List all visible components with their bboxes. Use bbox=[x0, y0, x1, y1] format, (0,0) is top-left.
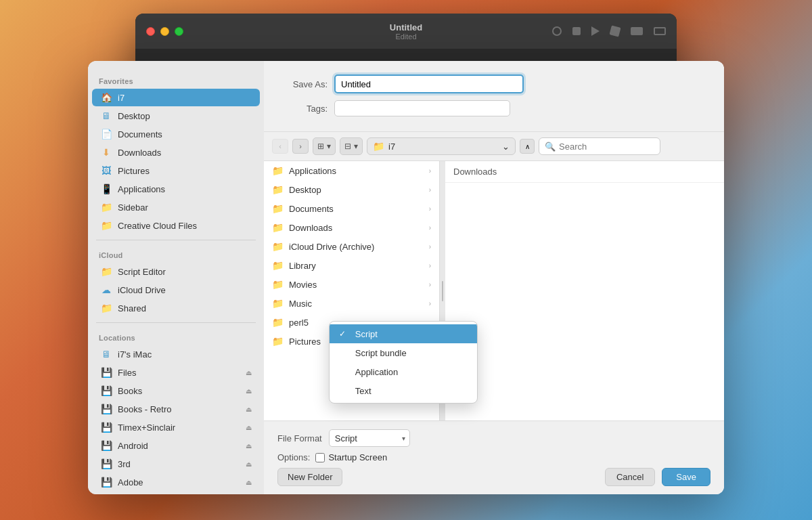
folder-icon-downloads: 📁 bbox=[272, 222, 284, 233]
play-icon[interactable] bbox=[591, 26, 600, 36]
new-folder-button[interactable]: New Folder bbox=[277, 468, 342, 486]
dropdown-item-label: Script bundle bbox=[355, 348, 407, 358]
sidebar-item-label: 3rd bbox=[118, 459, 131, 469]
sidebar-item-shared[interactable]: 📁 Shared bbox=[92, 299, 260, 317]
sidebar-item-android[interactable]: 💾 Android ⏏ bbox=[92, 437, 260, 454]
eject-icon-books-retro[interactable]: ⏏ bbox=[246, 406, 252, 413]
dropdown-item-application[interactable]: Application bbox=[330, 362, 477, 381]
close-button[interactable] bbox=[146, 27, 155, 36]
view-chevron: ▾ bbox=[327, 142, 331, 151]
location-chevron-icon: ⌄ bbox=[502, 142, 510, 152]
file-item-name: Library bbox=[289, 261, 316, 271]
tags-input[interactable] bbox=[334, 100, 510, 116]
format-selector[interactable]: Script ▾ bbox=[329, 429, 410, 447]
cancel-button[interactable]: Cancel bbox=[605, 468, 655, 486]
icloud-icon: ☁ bbox=[100, 284, 112, 296]
sidebar-item-icloud-drive[interactable]: ☁ iCloud Drive bbox=[92, 281, 260, 299]
screen-icon[interactable] bbox=[631, 27, 643, 35]
split-view-icon[interactable] bbox=[654, 27, 666, 35]
file-item-library[interactable]: 📁 Library › bbox=[264, 256, 439, 275]
eject-icon-3rd[interactable]: ⏏ bbox=[246, 460, 252, 468]
sidebar-item-adobe[interactable]: 💾 Adobe ⏏ bbox=[92, 473, 260, 491]
books-retro-icon: 💾 bbox=[100, 403, 112, 415]
sidebar-item-i7s-imac[interactable]: 🖥 i7's iMac bbox=[92, 345, 260, 363]
resize-handle-indicator bbox=[442, 281, 443, 301]
file-item-name: Pictures bbox=[289, 337, 321, 347]
save-as-input[interactable] bbox=[334, 74, 524, 93]
desktop-icon: 🖥 bbox=[100, 110, 112, 122]
expand-button[interactable]: ∧ bbox=[520, 139, 535, 154]
dropdown-item-script-bundle[interactable]: Script bundle bbox=[330, 343, 477, 362]
minimize-button[interactable] bbox=[160, 27, 169, 36]
eject-icon-timex[interactable]: ⏏ bbox=[246, 424, 252, 431]
sidebar-item-label: Shared bbox=[118, 303, 146, 313]
sidebar-item-applications[interactable]: 📱 Applications bbox=[92, 180, 260, 198]
file-item-documents[interactable]: 📁 Documents › bbox=[264, 199, 439, 218]
file-item-name: Documents bbox=[289, 204, 334, 214]
sidebar-item-books-retro[interactable]: 💾 Books - Retro ⏏ bbox=[92, 400, 260, 418]
locations-section-label: Locations bbox=[88, 328, 264, 345]
sidebar-item-pictures[interactable]: 🖼 Pictures bbox=[92, 162, 260, 179]
sidebar-item-creative-cloud[interactable]: 📁 Creative Cloud Files bbox=[92, 217, 260, 234]
adobe-icon: 💾 bbox=[100, 476, 112, 488]
sidebar-item-sidebar[interactable]: 📁 Sidebar bbox=[92, 198, 260, 216]
eject-icon-books[interactable]: ⏏ bbox=[246, 387, 252, 395]
folder-icon-applications: 📁 bbox=[272, 165, 284, 176]
dropdown-item-label: Application bbox=[355, 367, 399, 377]
folder-icon-pictures: 📁 bbox=[272, 336, 284, 347]
books-drive-icon: 💾 bbox=[100, 385, 112, 397]
bg-titlebar: Untitled Edited bbox=[135, 14, 677, 49]
location-selector[interactable]: 📁 i7 ⌄ bbox=[367, 137, 516, 155]
record-icon[interactable] bbox=[552, 26, 562, 36]
sidebar-item-label: Files bbox=[118, 368, 136, 378]
file-item-movies[interactable]: 📁 Movies › bbox=[264, 275, 439, 294]
hammer-icon[interactable] bbox=[609, 25, 621, 37]
save-button[interactable]: Save bbox=[662, 468, 710, 486]
stop-icon[interactable] bbox=[572, 27, 581, 35]
sidebar-item-downloads[interactable]: ⬇ Downloads bbox=[92, 144, 260, 161]
applications-icon: 📱 bbox=[100, 183, 112, 195]
file-item-downloads[interactable]: 📁 Downloads › bbox=[264, 218, 439, 237]
startup-screen-group: Startup Screen bbox=[315, 452, 387, 462]
save-dialog: Favorites 🏠 i7 🖥 Desktop 📄 Documents ⬇ D… bbox=[88, 61, 724, 494]
file-item-desktop[interactable]: 📁 Desktop › bbox=[264, 180, 439, 199]
search-box[interactable]: 🔍 bbox=[539, 137, 660, 155]
icloud-section-label: iCloud bbox=[88, 246, 264, 262]
sidebar-item-script-editor[interactable]: 📁 Script Editor bbox=[92, 263, 260, 280]
format-dropdown-menu: ✓ Script Script bundle Application bbox=[329, 321, 478, 404]
file-item-applications[interactable]: 📁 Applications › bbox=[264, 161, 439, 180]
sidebar-item-3rd[interactable]: 💾 3rd ⏏ bbox=[92, 455, 260, 473]
search-input[interactable] bbox=[559, 142, 654, 152]
dropdown-item-text[interactable]: Text bbox=[330, 381, 477, 400]
dropdown-item-label: Text bbox=[355, 386, 371, 396]
back-button[interactable]: ‹ bbox=[272, 139, 288, 154]
sidebar-item-timex[interactable]: 💾 Timex+Sinclair ⏏ bbox=[92, 418, 260, 436]
sidebar-item-label: Books - Retro bbox=[118, 404, 171, 414]
maximize-button[interactable] bbox=[175, 27, 183, 36]
startup-screen-checkbox[interactable] bbox=[315, 453, 325, 462]
file-item-music[interactable]: 📁 Music › bbox=[264, 294, 439, 313]
dropdown-item-script[interactable]: ✓ Script bbox=[330, 324, 477, 343]
sidebar-item-label: Downloads bbox=[118, 148, 161, 158]
sidebar-item-label: Timex+Sinclair bbox=[118, 422, 175, 433]
eject-icon-adobe[interactable]: ⏏ bbox=[246, 479, 252, 486]
sidebar-item-desktop[interactable]: 🖥 Desktop bbox=[92, 107, 260, 125]
form-area: Save As: Tags: bbox=[264, 61, 724, 132]
startup-screen-label: Startup Screen bbox=[328, 452, 387, 462]
grid-selector[interactable]: ⊟ ▾ bbox=[340, 137, 363, 155]
folder-icon-documents: 📁 bbox=[272, 203, 284, 214]
chevron-icon: › bbox=[429, 300, 431, 307]
folder-icon-perl5: 📁 bbox=[272, 317, 284, 328]
view-selector[interactable]: ⊞ ▾ bbox=[313, 137, 336, 155]
eject-icon[interactable]: ⏏ bbox=[246, 369, 252, 376]
sidebar-item-i7[interactable]: 🏠 i7 bbox=[92, 89, 260, 106]
main-content: Save As: Tags: ‹ › ⊞ ▾ ⊟ ▾ 📁 i7 ⌄ bbox=[264, 61, 724, 494]
sidebar-item-books[interactable]: 💾 Books ⏏ bbox=[92, 382, 260, 399]
eject-icon-android[interactable]: ⏏ bbox=[246, 442, 252, 450]
sidebar-item-files[interactable]: 💾 Files ⏏ bbox=[92, 364, 260, 381]
file-item-name: Music bbox=[289, 299, 312, 309]
file-item-icloud-archive[interactable]: 📁 iCloud Drive (Archive) › bbox=[264, 237, 439, 256]
forward-button[interactable]: › bbox=[292, 139, 309, 154]
toolbar: ‹ › ⊞ ▾ ⊟ ▾ 📁 i7 ⌄ ∧ 🔍 bbox=[264, 132, 724, 161]
sidebar-item-documents[interactable]: 📄 Documents bbox=[92, 125, 260, 143]
